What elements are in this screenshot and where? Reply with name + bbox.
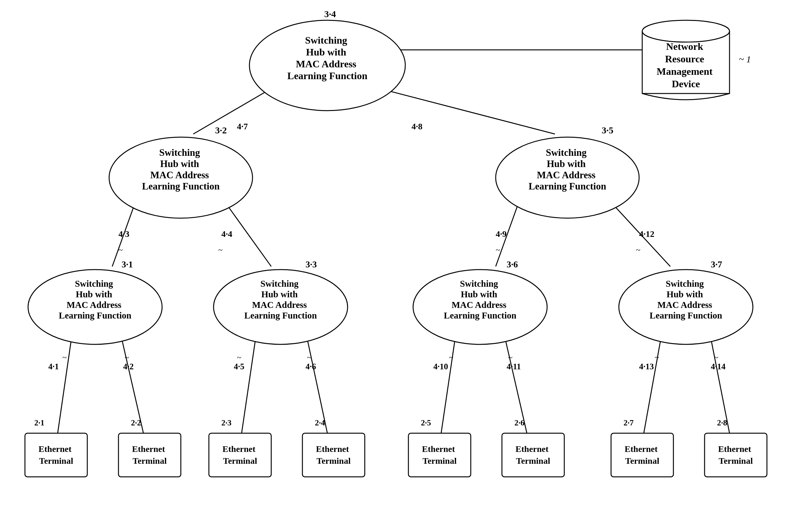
label-4-10: 4·10 [433, 362, 448, 371]
terminal-2-1-box [25, 433, 87, 477]
squiggle-4-13: ~ [655, 353, 659, 362]
hub-lr-id: 3·3 [305, 259, 317, 269]
svg-point-16 [642, 20, 730, 42]
svg-line-1 [193, 90, 268, 134]
term-id-2-3: 2·3 [221, 418, 232, 427]
term-id-2-7: 2·7 [623, 418, 634, 427]
network-diagram: Network Resource Management Device ~ 1 S… [0, 0, 790, 532]
squiggle-4-5: ~ [237, 353, 241, 362]
hub-right-id: 3·5 [602, 125, 614, 135]
term-id-2-4: 2·4 [315, 418, 325, 427]
term-id-2-5: 2·5 [421, 418, 431, 427]
term-id-2-6: 2·6 [514, 418, 525, 427]
squiggle-4-1: ~ [62, 353, 67, 362]
squiggle-4-3: ~ [118, 245, 123, 254]
squiggle-4-11: ~ [508, 353, 512, 362]
label-4-2: 4·2 [123, 362, 134, 371]
svg-line-11 [441, 338, 455, 433]
hub-ll-id: 3·1 [121, 259, 133, 269]
label-4-4: 4·4 [221, 229, 232, 239]
squiggle-4-10: ~ [449, 353, 453, 362]
label-4-3: 4·3 [118, 229, 129, 239]
hub-left-id: 3·2 [215, 125, 227, 135]
squiggle-4-6: ~ [307, 353, 312, 362]
label-4-8: 4·8 [412, 121, 422, 131]
hub-rr-id: 3·7 [711, 259, 722, 269]
nrmd-id: ~ 1 [739, 54, 751, 64]
svg-line-13 [644, 338, 661, 433]
label-4-14: 4·14 [711, 362, 726, 371]
terminal-2-3-box [209, 433, 271, 477]
term-id-2-8: 2·8 [717, 418, 727, 427]
term-id-2-1: 2·1 [34, 418, 44, 427]
terminal-2-6-box [502, 433, 564, 477]
squiggle-4-9: ~ [496, 245, 500, 254]
hub-rl-id: 3·6 [507, 259, 518, 269]
label-4-9: 4·9 [496, 229, 507, 239]
label-4-6: 4·6 [305, 362, 316, 371]
label-4-5: 4·5 [234, 362, 244, 371]
label-4-7: 4·7 [237, 121, 248, 131]
svg-line-9 [242, 338, 256, 433]
terminal-2-8-box [704, 433, 767, 477]
squiggle-4-12: ~ [636, 245, 640, 254]
label-4-11: 4·11 [507, 362, 521, 371]
terminal-2-5-box [409, 433, 471, 477]
svg-line-7 [58, 337, 72, 433]
term-id-2-2: 2·2 [131, 418, 141, 427]
terminal-2-7-box [611, 433, 673, 477]
label-4-1: 4·1 [48, 362, 59, 371]
label-4-13: 4·13 [639, 362, 654, 371]
squiggle-4-4: ~ [218, 245, 223, 254]
squiggle-4-2: ~ [125, 353, 129, 362]
label-4-12: 4·12 [639, 229, 654, 239]
terminal-2-4-box [302, 433, 365, 477]
squiggle-4-14: ~ [714, 353, 718, 362]
hub-root-id: 3·4 [324, 9, 336, 19]
svg-line-4 [228, 206, 271, 266]
terminal-2-2-box [118, 433, 181, 477]
